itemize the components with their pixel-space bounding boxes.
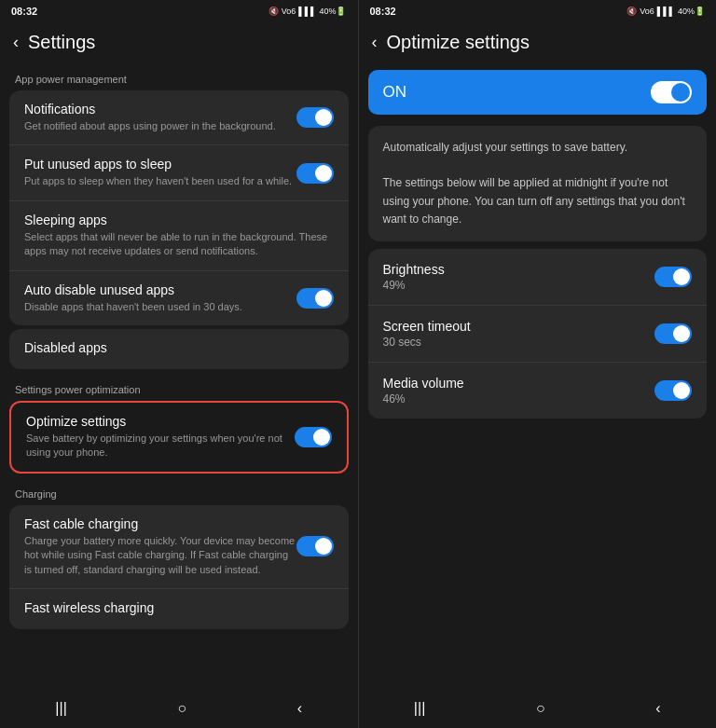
auto-disable-item[interactable]: Auto disable unused apps Disable apps th…: [9, 271, 349, 325]
signal-icon: ▌▌▌: [298, 7, 316, 16]
screen-timeout-value: 30 secs: [383, 336, 471, 349]
auto-disable-subtitle: Disable apps that haven't been used in 3…: [24, 300, 296, 314]
right-status-bar: 08:32 🔇 Vo6 ▌▌▌ 40%🔋: [359, 0, 717, 22]
optimize-settings-toggle[interactable]: [295, 427, 332, 447]
left-status-bar: 08:32 🔇 Vo6 ▌▌▌ 40%🔋: [0, 0, 358, 22]
disabled-apps-card: Disabled apps: [9, 329, 349, 369]
fast-wireless-item[interactable]: Fast wireless charging: [9, 589, 349, 629]
brightness-toggle[interactable]: [654, 267, 692, 287]
left-page-title: Settings: [28, 32, 95, 53]
right-menu-button[interactable]: |||: [414, 700, 425, 717]
optimize-settings-subtitle: Save battery by optimizing your settings…: [26, 432, 295, 460]
left-time: 08:32: [11, 6, 37, 17]
fast-cable-item[interactable]: Fast cable charging Charge your battery …: [9, 505, 349, 589]
fast-cable-toggle[interactable]: [296, 536, 334, 556]
right-page-header: ‹ Optimize settings: [359, 22, 717, 62]
mute-icon: 🔇: [268, 7, 279, 16]
optimize-settings-item[interactable]: Optimize settings Save battery by optimi…: [11, 403, 347, 472]
brightness-value: 49%: [383, 279, 445, 292]
unused-sleep-title: Put unused apps to sleep: [24, 157, 296, 172]
media-volume-item[interactable]: Media volume 46%: [368, 363, 708, 419]
right-battery-icon: 40%🔋: [678, 7, 705, 16]
right-vo6-icon: Vo6: [640, 7, 654, 16]
right-nav-bar: ||| ○ ‹: [359, 689, 717, 728]
left-back-button[interactable]: ‹: [13, 33, 19, 52]
media-volume-value: 46%: [383, 392, 464, 405]
unused-sleep-toggle[interactable]: [296, 163, 334, 184]
left-status-icons: 🔇 Vo6 ▌▌▌ 40%🔋: [268, 7, 347, 16]
disabled-apps-title: Disabled apps: [24, 340, 334, 355]
auto-disable-title: Auto disable unused apps: [24, 282, 296, 297]
sleeping-apps-title: Sleeping apps: [24, 213, 334, 227]
screen-timeout-title: Screen timeout: [383, 319, 471, 334]
charging-label: Charging: [0, 477, 358, 505]
left-panel: 08:32 🔇 Vo6 ▌▌▌ 40%🔋 ‹ Settings App powe…: [0, 0, 359, 728]
left-nav-bar: ||| ○ ‹: [0, 689, 358, 728]
battery-icon: 40%🔋: [319, 7, 346, 16]
settings-opt-label: Settings power optimization: [0, 373, 358, 401]
right-panel: 08:32 🔇 Vo6 ▌▌▌ 40%🔋 ‹ Optimize settings…: [359, 0, 717, 728]
left-scroll-content: App power management Notifications Get n…: [0, 62, 358, 689]
optimize-settings-card[interactable]: Optimize settings Save battery by optimi…: [9, 401, 349, 474]
optimize-settings-title: Optimize settings: [26, 414, 295, 429]
fast-cable-subtitle: Charge your battery more quickly. Your d…: [24, 534, 296, 577]
on-toggle[interactable]: [651, 81, 692, 103]
brightness-title: Brightness: [383, 262, 445, 277]
app-power-section-label: App power management: [0, 62, 358, 90]
left-back-nav-button[interactable]: ‹: [297, 700, 302, 717]
on-banner[interactable]: ON: [368, 70, 708, 115]
charging-card: Fast cable charging Charge your battery …: [9, 505, 349, 629]
disabled-apps-item[interactable]: Disabled apps: [9, 329, 349, 369]
screen-timeout-toggle[interactable]: [654, 323, 692, 344]
notifications-subtitle: Get notified about apps using power in t…: [24, 119, 296, 133]
auto-disable-toggle[interactable]: [296, 288, 334, 309]
media-volume-toggle[interactable]: [654, 380, 692, 401]
sleeping-apps-item[interactable]: Sleeping apps Select apps that will neve…: [9, 201, 349, 271]
sleeping-apps-subtitle: Select apps that will never be able to r…: [24, 230, 334, 259]
right-back-button[interactable]: ‹: [372, 33, 378, 52]
right-home-button[interactable]: ○: [536, 700, 545, 717]
right-status-icons: 🔇 Vo6 ▌▌▌ 40%🔋: [626, 7, 705, 16]
brightness-item[interactable]: Brightness 49%: [368, 249, 708, 306]
screen-timeout-item[interactable]: Screen timeout 30 secs: [368, 306, 708, 363]
media-volume-title: Media volume: [383, 376, 464, 391]
right-back-nav-button[interactable]: ‹: [655, 700, 660, 717]
fast-wireless-title: Fast wireless charging: [24, 600, 334, 615]
description-card: Automatically adjust your settings to sa…: [368, 126, 708, 241]
app-power-card: Notifications Get notified about apps us…: [9, 90, 349, 325]
notifications-toggle[interactable]: [296, 107, 334, 128]
fast-cable-title: Fast cable charging: [24, 516, 296, 531]
right-time: 08:32: [370, 6, 396, 17]
unused-sleep-subtitle: Put apps to sleep when they haven't been…: [24, 174, 296, 188]
unused-sleep-item[interactable]: Put unused apps to sleep Put apps to sle…: [9, 145, 349, 200]
left-page-header: ‹ Settings: [0, 22, 358, 62]
notifications-title: Notifications: [24, 102, 296, 117]
left-menu-button[interactable]: |||: [55, 700, 66, 717]
right-page-title: Optimize settings: [387, 32, 530, 53]
optimize-detail-card: Brightness 49% Screen timeout 30 secs Me…: [368, 249, 708, 419]
on-label: ON: [383, 83, 407, 102]
vo6-icon: Vo6: [282, 7, 296, 16]
left-home-button[interactable]: ○: [177, 700, 186, 717]
description-text: Automatically adjust your settings to sa…: [383, 139, 693, 228]
right-signal-icon: ▌▌▌: [657, 7, 675, 16]
right-mute-icon: 🔇: [626, 7, 637, 16]
notifications-item[interactable]: Notifications Get notified about apps us…: [9, 90, 349, 145]
